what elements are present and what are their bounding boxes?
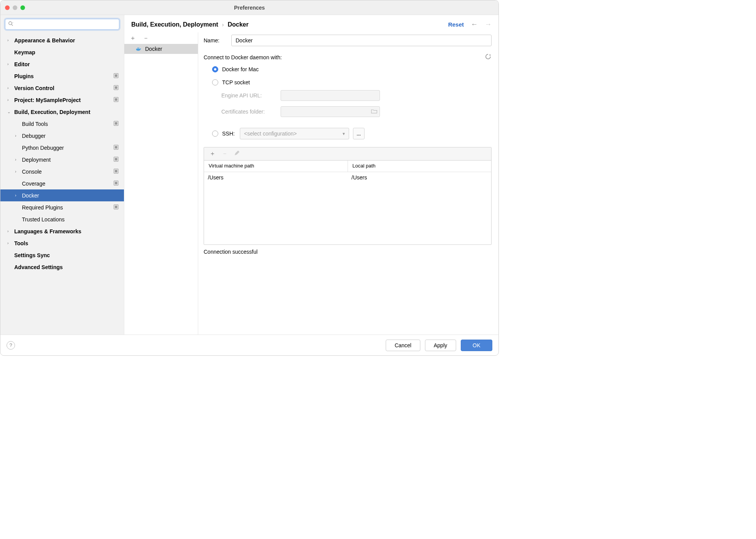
svg-rect-5 [115, 86, 117, 89]
radio-ssh[interactable]: SSH: <select configuration> ▼ ... [204, 128, 492, 139]
cancel-button[interactable]: Cancel [386, 340, 420, 351]
chevron-icon: › [7, 86, 13, 90]
sidebar-item-docker[interactable]: ›Docker [0, 189, 124, 201]
sidebar-item-version-control[interactable]: ›Version Control [0, 82, 124, 94]
sidebar-item-label: Trusted Locations [22, 216, 65, 223]
local-path-cell: /Users [348, 172, 491, 183]
sidebar-item-trusted-locations[interactable]: Trusted Locations [0, 213, 124, 225]
refresh-icon[interactable] [485, 53, 492, 62]
sidebar-item-plugins[interactable]: Plugins [0, 70, 124, 82]
name-label: Name: [204, 37, 226, 44]
project-settings-icon [114, 121, 119, 127]
ssh-config-browse-button[interactable]: ... [353, 128, 365, 139]
svg-rect-15 [115, 170, 117, 172]
chevron-icon: › [7, 62, 13, 66]
svg-rect-17 [115, 182, 117, 184]
sidebar-item-settings-sync[interactable]: Settings Sync [0, 249, 124, 261]
breadcrumb-root: Build, Execution, Deployment [131, 21, 218, 28]
sidebar-item-label: Project: MySampleProject [14, 97, 81, 103]
sidebar-item-appearance-behavior[interactable]: ›Appearance & Behavior [0, 34, 124, 46]
name-input[interactable] [231, 35, 492, 46]
sidebar-item-advanced-settings[interactable]: Advanced Settings [0, 261, 124, 273]
radio-tcp-socket[interactable]: TCP socket [204, 79, 492, 85]
window-maximize-button[interactable] [20, 5, 25, 10]
settings-sidebar: ›Appearance & BehaviorKeymap›EditorPlugi… [0, 15, 124, 335]
window-minimize-button[interactable] [13, 5, 17, 10]
svg-marker-25 [489, 54, 490, 56]
radio-docker-for-mac[interactable]: Docker for Mac [204, 66, 492, 72]
sidebar-item-label: Editor [14, 61, 30, 67]
ellipsis-label: ... [357, 131, 361, 137]
sidebar-item-deployment[interactable]: ›Deployment [0, 154, 124, 166]
svg-rect-23 [137, 48, 138, 49]
edit-icon [234, 151, 239, 157]
sidebar-item-editor[interactable]: ›Editor [0, 58, 124, 70]
connection-status: Connection successful [204, 249, 492, 255]
sidebar-item-project-mysampleproject[interactable]: ›Project: MySampleProject [0, 94, 124, 106]
svg-rect-7 [115, 98, 117, 101]
sidebar-item-label: Build Tools [22, 121, 48, 127]
help-button[interactable]: ? [7, 341, 15, 350]
certificates-folder-input [281, 106, 380, 117]
config-item-label: Docker [145, 46, 162, 52]
radio-input[interactable] [212, 66, 218, 72]
chevron-icon: › [15, 169, 20, 174]
sidebar-item-label: Settings Sync [14, 252, 50, 258]
chevron-icon: › [7, 229, 13, 233]
svg-rect-24 [139, 48, 139, 49]
back-button[interactable]: ← [471, 20, 478, 28]
engine-api-url-label: Engine API URL: [221, 92, 276, 99]
docker-config-list: ＋ － Doc [124, 32, 198, 335]
sidebar-item-label: Python Debugger [22, 145, 64, 151]
svg-line-1 [12, 24, 13, 26]
engine-api-url-input [281, 90, 380, 101]
folder-icon [371, 109, 377, 115]
add-icon[interactable]: ＋ [130, 34, 136, 42]
radio-input[interactable] [212, 131, 218, 137]
window-close-button[interactable] [5, 5, 10, 10]
connect-label: Connect to Docker daemon with: [204, 54, 282, 60]
search-icon [8, 21, 13, 28]
apply-button[interactable]: Apply [425, 340, 456, 351]
column-header-vm-path[interactable]: Virtual machine path [204, 161, 348, 172]
sidebar-item-console[interactable]: ›Console [0, 166, 124, 177]
docker-icon [136, 47, 142, 51]
sidebar-item-build-tools[interactable]: Build Tools [0, 118, 124, 130]
reset-link[interactable]: Reset [448, 21, 464, 28]
sidebar-item-python-debugger[interactable]: Python Debugger [0, 142, 124, 154]
sidebar-item-label: Coverage [22, 181, 45, 187]
sidebar-item-label: Version Control [14, 85, 54, 91]
window-title: Preferences [234, 5, 265, 11]
breadcrumb-leaf: Docker [227, 21, 248, 28]
radio-label: SSH: [222, 131, 236, 137]
project-settings-icon [114, 97, 119, 103]
svg-rect-9 [115, 122, 117, 125]
ssh-config-select[interactable]: <select configuration> ▼ [240, 128, 349, 139]
search-input[interactable] [5, 19, 119, 30]
sidebar-item-label: Keymap [14, 49, 35, 55]
vm-path-cell: /Users [204, 172, 348, 183]
add-icon[interactable]: ＋ [209, 150, 216, 158]
sidebar-item-label: Deployment [22, 157, 51, 163]
sidebar-item-coverage[interactable]: Coverage [0, 177, 124, 189]
config-item-docker[interactable]: Docker [124, 44, 198, 54]
svg-rect-3 [115, 74, 117, 77]
sidebar-item-label: Tools [14, 240, 28, 246]
column-header-local-path[interactable]: Local path [348, 161, 492, 172]
sidebar-item-languages-frameworks[interactable]: ›Languages & Frameworks [0, 225, 124, 237]
chevron-icon: › [7, 98, 13, 102]
sidebar-item-label: Languages & Frameworks [14, 228, 81, 234]
table-row[interactable]: /Users /Users [204, 172, 491, 183]
sidebar-item-keymap[interactable]: Keymap [0, 46, 124, 58]
radio-input[interactable] [212, 79, 218, 85]
ok-button[interactable]: OK [461, 340, 492, 351]
sidebar-item-required-plugins[interactable]: Required Plugins [0, 201, 124, 213]
sidebar-item-debugger[interactable]: ›Debugger [0, 130, 124, 142]
forward-button: → [485, 20, 492, 28]
breadcrumb: Build, Execution, Deployment › Docker [131, 21, 249, 28]
remove-icon[interactable]: － [143, 34, 149, 42]
chevron-icon: › [15, 157, 20, 162]
svg-point-0 [9, 22, 12, 25]
sidebar-item-build-execution-deployment[interactable]: ⌄Build, Execution, Deployment [0, 106, 124, 118]
sidebar-item-tools[interactable]: ›Tools [0, 237, 124, 249]
